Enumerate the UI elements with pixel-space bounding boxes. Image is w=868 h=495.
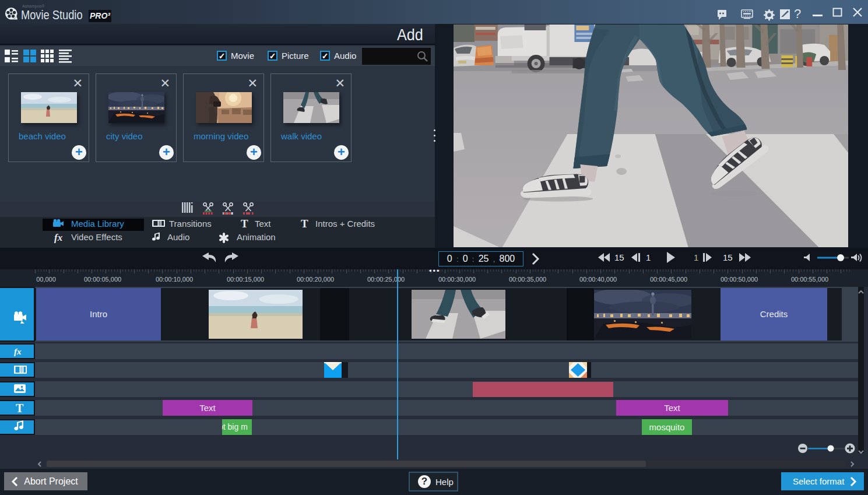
svg-text:1: 1 — [646, 252, 651, 262]
svg-text:15: 15 — [723, 252, 733, 262]
svg-text:T: T — [16, 402, 24, 415]
svg-text:fx: fx — [54, 232, 63, 243]
svg-text:T: T — [301, 217, 308, 230]
svg-text:15: 15 — [614, 252, 624, 262]
svg-text:?: ? — [794, 6, 801, 21]
svg-text:1: 1 — [694, 252, 698, 262]
svg-text:fx: fx — [14, 347, 22, 356]
svg-text:T: T — [241, 217, 248, 230]
